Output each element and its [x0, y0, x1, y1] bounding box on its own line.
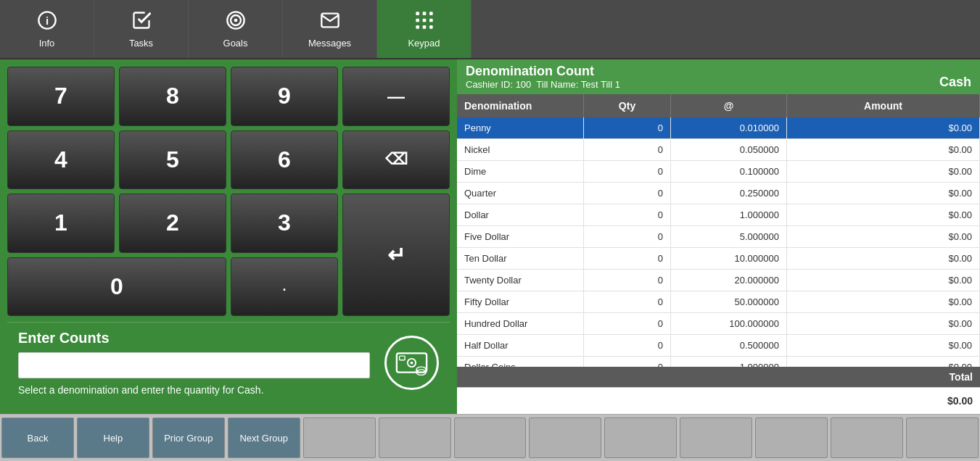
key-7[interactable]: 7 — [7, 67, 115, 126]
total-label: Total — [950, 371, 973, 383]
main-content: 7 8 9 — 4 5 6 ⌫ 1 2 3 ↵ 0 . Enter Counts — [0, 59, 980, 414]
cell-denomination: Fifty Dollar — [457, 291, 584, 312]
key-0[interactable]: 0 — [7, 257, 226, 317]
denomination-subtitle: Cashier ID: 100 Till Name: Test Till 1 — [466, 79, 620, 90]
toolbar-empty-11 — [755, 418, 828, 458]
enter-counts-left: Enter Counts Select a denomination and e… — [18, 330, 370, 396]
nav-item-info[interactable]: i Info — [0, 0, 94, 58]
nav-item-messages[interactable]: Messages — [283, 0, 377, 58]
toolbar-empty-5 — [303, 418, 376, 458]
table-row[interactable]: Ten Dollar 0 10.000000 $0.00 — [457, 248, 980, 270]
table-row[interactable]: Dime 0 0.100000 $0.00 — [457, 161, 980, 183]
table-row[interactable]: Half Dollar 0 0.500000 $0.00 — [457, 335, 980, 357]
toolbar-empty-10 — [680, 418, 752, 458]
cell-denomination: Twenty Dollar — [457, 270, 584, 291]
denomination-header-left: Denomination Count Cashier ID: 100 Till … — [466, 64, 620, 90]
denomination-title: Denomination Count — [466, 64, 620, 79]
svg-rect-11 — [416, 25, 419, 29]
svg-rect-13 — [429, 25, 433, 29]
enter-counts-input[interactable] — [18, 352, 370, 378]
cell-rate: 1.000000 — [671, 357, 787, 367]
cell-amount: $0.00 — [787, 139, 980, 160]
toolbar-back[interactable]: Back — [1, 418, 74, 458]
table-row[interactable]: Fifty Dollar 0 50.000000 $0.00 — [457, 291, 980, 313]
svg-rect-5 — [416, 12, 419, 15]
cash-icon-circle — [384, 336, 439, 390]
tasks-icon — [131, 10, 152, 35]
table-row[interactable]: Quarter 0 0.250000 $0.00 — [457, 183, 980, 204]
key-2[interactable]: 2 — [119, 194, 226, 253]
table-row[interactable]: Nickel 0 0.050000 $0.00 — [457, 139, 980, 161]
enter-counts-section: Enter Counts Select a denomination and e… — [7, 322, 450, 407]
nav-item-goals[interactable]: Goals — [189, 0, 283, 58]
nav-label-messages: Messages — [308, 38, 351, 49]
toolbar-prior-group[interactable]: Prior Group — [152, 418, 225, 458]
top-navigation: i Info Tasks Goals Messages — [0, 0, 980, 59]
table-row[interactable]: Five Dollar 0 5.000000 $0.00 — [457, 226, 980, 248]
total-section: Total $0.00 — [457, 367, 980, 414]
key-decimal[interactable]: . — [231, 257, 338, 317]
denomination-header: Denomination Count Cashier ID: 100 Till … — [457, 59, 980, 94]
svg-point-4 — [234, 18, 237, 22]
toolbar-help[interactable]: Help — [77, 418, 149, 458]
cell-denomination: Ten Dollar — [457, 248, 584, 269]
table-row[interactable]: Penny 0 0.010000 $0.00 — [457, 117, 980, 139]
cell-qty: 0 — [584, 270, 671, 291]
nav-item-keypad[interactable]: Keypad — [377, 0, 472, 58]
table-row[interactable]: Twenty Dollar 0 20.000000 $0.00 — [457, 270, 980, 291]
left-panel: 7 8 9 — 4 5 6 ⌫ 1 2 3 ↵ 0 . Enter Counts — [0, 59, 457, 414]
denomination-table-body[interactable]: Penny 0 0.010000 $0.00 Nickel 0 0.050000… — [457, 117, 980, 367]
toolbar-empty-7 — [454, 418, 527, 458]
cell-qty: 0 — [584, 204, 671, 225]
cell-denomination: Quarter — [457, 183, 584, 204]
table-row[interactable]: Hundred Dollar 0 100.000000 $0.00 — [457, 313, 980, 335]
col-header-rate: @ — [671, 94, 787, 117]
total-amount: $0.00 — [787, 388, 980, 414]
toolbar-empty-6 — [379, 418, 451, 458]
total-header: Total — [457, 367, 980, 387]
cell-qty: 0 — [584, 161, 671, 182]
cell-rate: 0.500000 — [671, 335, 787, 356]
cell-amount: $0.00 — [787, 161, 980, 182]
messages-icon — [320, 10, 340, 35]
toolbar-next-group[interactable]: Next Group — [228, 418, 300, 458]
cell-qty: 0 — [584, 139, 671, 160]
goals-icon — [226, 10, 246, 35]
nav-item-tasks[interactable]: Tasks — [94, 0, 189, 58]
cell-amount: $0.00 — [787, 357, 980, 367]
cell-rate: 0.250000 — [671, 183, 787, 204]
key-9[interactable]: 9 — [231, 67, 338, 126]
total-value-row: $0.00 — [457, 387, 980, 414]
cell-amount: $0.00 — [787, 117, 980, 138]
key-8[interactable]: 8 — [119, 67, 226, 126]
info-icon: i — [37, 10, 57, 35]
cell-denomination: Hundred Dollar — [457, 313, 584, 334]
denomination-table: Denomination Qty @ Amount Penny 0 0.0100… — [457, 94, 980, 414]
cell-denomination: Five Dollar — [457, 226, 584, 247]
key-5[interactable]: 5 — [119, 130, 226, 190]
key-minus[interactable]: — — [342, 67, 450, 126]
table-row[interactable]: Dollar Coins 0 1.000000 $0.00 — [457, 357, 980, 367]
cell-amount: $0.00 — [787, 248, 980, 269]
table-header: Denomination Qty @ Amount — [457, 94, 980, 117]
cell-rate: 0.010000 — [671, 117, 787, 138]
key-enter[interactable]: ↵ — [342, 194, 450, 316]
key-6[interactable]: 6 — [231, 130, 338, 190]
key-backspace[interactable]: ⌫ — [342, 130, 450, 190]
cell-rate: 50.000000 — [671, 291, 787, 312]
cell-qty: 0 — [584, 226, 671, 247]
nav-label-info: Info — [39, 38, 55, 49]
cell-amount: $0.00 — [787, 291, 980, 312]
key-1[interactable]: 1 — [7, 194, 115, 253]
svg-rect-7 — [429, 12, 433, 15]
cell-denomination: Nickel — [457, 139, 584, 160]
cell-denomination: Dollar Coins — [457, 357, 584, 367]
svg-point-17 — [411, 362, 413, 365]
table-row[interactable]: Dollar 0 1.000000 $0.00 — [457, 204, 980, 226]
key-4[interactable]: 4 — [7, 130, 115, 190]
cell-qty: 0 — [584, 291, 671, 312]
cell-rate: 1.000000 — [671, 204, 787, 225]
key-3[interactable]: 3 — [231, 194, 338, 253]
toolbar-empty-12 — [831, 418, 903, 458]
cell-amount: $0.00 — [787, 204, 980, 225]
